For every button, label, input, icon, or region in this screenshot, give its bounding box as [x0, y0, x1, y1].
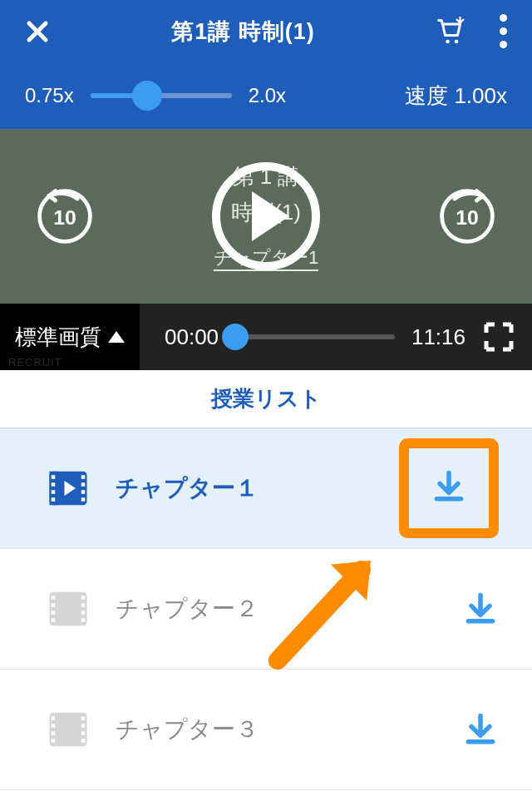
- svg-rect-14: [81, 490, 86, 494]
- svg-point-0: [446, 39, 450, 43]
- download-icon[interactable]: [462, 591, 499, 627]
- progress-slider[interactable]: [235, 334, 395, 339]
- svg-rect-9: [52, 482, 56, 487]
- svg-rect-21: [81, 596, 86, 600]
- svg-rect-23: [81, 611, 86, 615]
- download-icon[interactable]: [462, 711, 499, 748]
- film-icon: [46, 707, 91, 752]
- cart-icon[interactable]: [436, 17, 466, 47]
- video-player: 第 1 講 時制(1) チャプター1 10 10: [0, 129, 532, 304]
- svg-rect-30: [81, 716, 86, 720]
- svg-rect-8: [52, 475, 56, 479]
- film-icon: [46, 586, 91, 631]
- svg-rect-26: [52, 716, 56, 720]
- chapter-label: チャプター２: [116, 593, 462, 625]
- svg-rect-24: [81, 618, 86, 622]
- skip-forward-button[interactable]: 10: [436, 185, 499, 248]
- svg-rect-10: [52, 490, 56, 494]
- svg-text:10: 10: [456, 206, 478, 229]
- svg-text:10: 10: [53, 206, 76, 229]
- chapter-item[interactable]: チャプター３: [0, 670, 532, 790]
- svg-rect-12: [81, 475, 86, 479]
- video-controls-bar: 標準画質 00:00 11:16 RECRUIT: [0, 304, 532, 370]
- speed-slider[interactable]: [91, 93, 232, 98]
- svg-rect-18: [52, 603, 56, 607]
- skip-back-button[interactable]: 10: [33, 185, 96, 248]
- chapter-label: チャプター１: [116, 472, 399, 504]
- highlight-annotation: [399, 438, 499, 538]
- svg-rect-20: [52, 618, 56, 622]
- quality-label: 標準画質: [15, 323, 101, 352]
- chevron-up-icon: [108, 331, 125, 343]
- speed-control-bar: 0.75x 2.0x 速度 1.00x: [0, 62, 532, 129]
- speed-slider-thumb[interactable]: [132, 81, 162, 111]
- svg-rect-19: [52, 611, 56, 615]
- chapter-list: チャプター１ チャプター２ チャプター３: [0, 428, 532, 790]
- svg-point-1: [455, 39, 459, 43]
- speed-max-label: 2.0x: [249, 84, 286, 107]
- film-play-icon: [46, 466, 91, 511]
- close-icon[interactable]: [25, 19, 50, 44]
- chapter-item[interactable]: チャプター１: [0, 428, 532, 549]
- duration: 11:16: [411, 324, 466, 350]
- svg-rect-22: [81, 603, 86, 607]
- chapter-label: チャプター３: [116, 714, 462, 745]
- watermark: RECRUIT: [8, 356, 62, 368]
- svg-rect-13: [81, 482, 86, 487]
- fullscreen-button[interactable]: [482, 320, 515, 354]
- svg-rect-31: [81, 724, 86, 728]
- svg-rect-17: [52, 596, 56, 600]
- chapter-item[interactable]: チャプター２: [0, 549, 532, 670]
- page-title: 第1講 時制(1): [171, 17, 315, 47]
- header-actions: [436, 14, 507, 48]
- svg-rect-28: [52, 731, 56, 735]
- play-button[interactable]: [212, 162, 320, 270]
- svg-rect-29: [52, 739, 56, 743]
- menu-icon[interactable]: [500, 14, 507, 48]
- svg-rect-33: [81, 739, 86, 743]
- svg-rect-32: [81, 731, 86, 735]
- download-icon[interactable]: [431, 468, 467, 505]
- svg-rect-11: [52, 497, 56, 502]
- speed-current-label: 速度 1.00x: [405, 82, 507, 111]
- play-icon: [252, 191, 289, 241]
- current-time: 00:00: [165, 324, 219, 350]
- progress-slider-thumb[interactable]: [222, 324, 249, 350]
- lesson-list-header: 授業リスト: [0, 370, 532, 428]
- speed-min-label: 0.75x: [25, 84, 74, 107]
- svg-rect-15: [81, 497, 86, 502]
- svg-rect-27: [52, 724, 56, 728]
- app-header: 第1講 時制(1): [0, 0, 532, 62]
